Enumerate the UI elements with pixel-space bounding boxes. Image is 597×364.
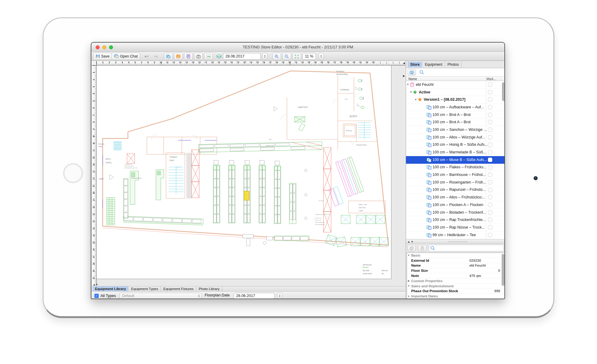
tree-item[interactable]: ▼ 100 cm – Barnhouse – Frühst... [406, 171, 505, 179]
tree-item[interactable]: ▼ 100 cm – Flocken A – Flocken [406, 201, 505, 209]
group-triangle-icon[interactable] [407, 254, 411, 256]
property-row[interactable]: External Id 029230 [407, 258, 505, 263]
tree-item[interactable]: ▼ 100 cm – Rap Nüsse – Trock... [406, 224, 505, 231]
tree-item[interactable]: ▼ 100 cm – Honig B – Süße Aufs... [406, 141, 505, 149]
sidebar-tab[interactable]: Store [408, 62, 422, 67]
splitter-grip[interactable] [449, 241, 467, 242]
home-button[interactable] [63, 163, 83, 183]
tree-item[interactable]: ▼ 100 cm – Rap Trockenfrüchte... [406, 216, 505, 224]
mark-checkbox[interactable] [488, 188, 492, 192]
type-filter-dropdown[interactable]: Default ▲▼ [119, 293, 202, 299]
panel-sort-icons[interactable]: ▲ ▼ [93, 283, 98, 285]
mark-checkbox[interactable] [488, 218, 492, 222]
tree-item[interactable]: ▼ 100 cm – Muse B – Süße Aufs... [406, 156, 505, 164]
mark-checkbox[interactable] [488, 180, 492, 184]
tree-item[interactable]: ▼ 100 cm – Aufbackware – Auf... [406, 103, 505, 111]
property-row[interactable]: Basic [407, 253, 505, 258]
tree-scrollbar[interactable] [502, 82, 505, 101]
disclosure-triangle-icon[interactable]: ▼ [415, 98, 418, 101]
tree-item[interactable]: ▼ 100 cm – Rapunzel – Frühstü... [406, 186, 505, 194]
clipboard-button[interactable] [418, 245, 426, 251]
sidebar-tab[interactable]: Equipment [422, 62, 445, 67]
tree-item[interactable]: ▼ 99 cm – Heilkräuter – Tee [406, 231, 505, 239]
tree-item[interactable]: ▼ 100 cm – Rosengarten – Früh... [406, 179, 505, 186]
mark-checkbox[interactable] [488, 203, 492, 207]
tree-item[interactable]: ▼ Version1 – [08.02.2017] [406, 96, 505, 103]
mark-checkbox[interactable] [488, 128, 492, 132]
properties-search-field[interactable] [429, 245, 504, 251]
mark-checkbox[interactable] [488, 105, 492, 109]
floor-selector[interactable] [215, 53, 223, 60]
tree-item[interactable]: ▼ 100 cm – Flakes – Frühstücks... [406, 164, 505, 171]
sidebar-tab[interactable]: Photos [445, 62, 461, 67]
mark-checkbox[interactable] [488, 82, 492, 87]
mark-checkbox[interactable] [488, 97, 492, 102]
mark-checkbox[interactable] [488, 90, 492, 94]
property-row[interactable]: Floor Size 0 [407, 268, 505, 273]
toolbar-date-field[interactable]: 28.06.2017 [223, 53, 261, 60]
tree-item[interactable]: ▼ 100 cm – Brot A – Brot [406, 118, 505, 126]
property-row[interactable]: Note 475 qm [407, 273, 505, 278]
mark-checkbox[interactable] [488, 120, 492, 124]
mark-checkbox[interactable] [488, 233, 492, 237]
zoom-in-button[interactable] [272, 53, 281, 60]
tree-item[interactable]: ▼ Active [406, 89, 505, 96]
bottom-tab[interactable]: Equipment Fixtures [161, 286, 196, 291]
property-row[interactable]: Custom Properties [407, 278, 505, 284]
fit-view-button[interactable] [292, 53, 301, 60]
disclosure-triangle-icon[interactable]: ▼ [407, 83, 410, 86]
save-button[interactable]: Save [93, 53, 112, 60]
print-button[interactable] [164, 53, 173, 60]
mark-checkbox[interactable] [488, 173, 492, 177]
mark-checkbox[interactable] [488, 225, 492, 229]
photo-button[interactable] [194, 53, 203, 60]
bottom-tab[interactable]: Equipment Types [129, 286, 161, 291]
bottom-tab[interactable]: Equipment Library [93, 286, 129, 291]
zoom-stepper[interactable]: ▲▼ [319, 53, 324, 60]
panel-splitter[interactable]: ▲▼ [406, 239, 505, 243]
all-types-checkbox[interactable]: ✓ [94, 294, 99, 298]
mark-checkbox[interactable] [488, 158, 492, 162]
property-row[interactable]: Sales and Replenishment [407, 284, 505, 289]
planogram-button[interactable] [174, 53, 183, 60]
sort-icons[interactable]: ▲▼ [408, 240, 414, 243]
floorplan-date-field[interactable]: 28.06.2017 [234, 293, 275, 299]
group-triangle-icon[interactable] [407, 285, 411, 287]
copy-properties-button[interactable] [408, 245, 416, 251]
properties-scrollbar[interactable] [502, 254, 504, 286]
group-triangle-icon[interactable] [407, 295, 411, 297]
undo-button[interactable]: ↩ [143, 53, 150, 60]
property-row[interactable]: Name ebl Feucht [407, 263, 505, 268]
mark-checkbox[interactable] [488, 113, 492, 117]
mark-checkbox[interactable] [488, 210, 492, 215]
disclosure-triangle-icon[interactable]: ▼ [410, 91, 413, 93]
floorplan-date-stepper[interactable]: ▲▼ [277, 293, 282, 299]
tree-item[interactable]: ▼ 100 cm – Allos – Frühstücksc... [406, 194, 505, 201]
tree-item[interactable]: ▼ 100 cm – Sanchon – Würzige ... [406, 126, 505, 134]
mark-checkbox[interactable] [488, 150, 492, 154]
date-stepper[interactable]: ▲▼ [262, 53, 267, 60]
floorplan-viewport[interactable]: Fenster/ Notausstieg Umkleide Spüle WC P… [97, 65, 406, 286]
tree-item[interactable]: ▼ 100 cm – Marmelade B – Süß... [406, 149, 505, 156]
tree-item[interactable]: ▼ 100 cm – Brot A – Brot [406, 111, 505, 119]
mark-checkbox[interactable] [488, 135, 492, 139]
tree-item[interactable]: ▼ 100 cm – Bioladen – Trockenf... [406, 209, 505, 216]
zoom-out-button[interactable] [282, 53, 291, 60]
mark-checkbox[interactable] [488, 165, 492, 170]
tree-search-input[interactable] [424, 69, 505, 75]
report-button[interactable] [184, 53, 193, 60]
bottom-tab[interactable]: Photo Library [196, 286, 222, 291]
mark-checkbox[interactable] [488, 195, 492, 199]
property-row[interactable]: Phase Out Prevention Stock 999 [407, 289, 505, 294]
store-filter-button[interactable] [408, 69, 416, 75]
label-format-button[interactable]: Ab [204, 53, 213, 60]
tree-item[interactable]: ▼ 100 cm – Allos – Würzige Auf... [406, 134, 505, 141]
collapse-left-icon[interactable]: ◀ [403, 62, 406, 65]
redo-button[interactable]: ↪ [152, 53, 160, 60]
mark-checkbox[interactable] [488, 143, 492, 147]
collapse-right-icon[interactable]: ▶ [403, 75, 406, 78]
property-row[interactable]: Important Dates [407, 294, 505, 299]
group-triangle-icon[interactable] [407, 280, 411, 282]
zoom-level-field[interactable]: 11 % [302, 53, 316, 60]
tree-item[interactable]: ▼ ebl Feucht [406, 81, 505, 89]
